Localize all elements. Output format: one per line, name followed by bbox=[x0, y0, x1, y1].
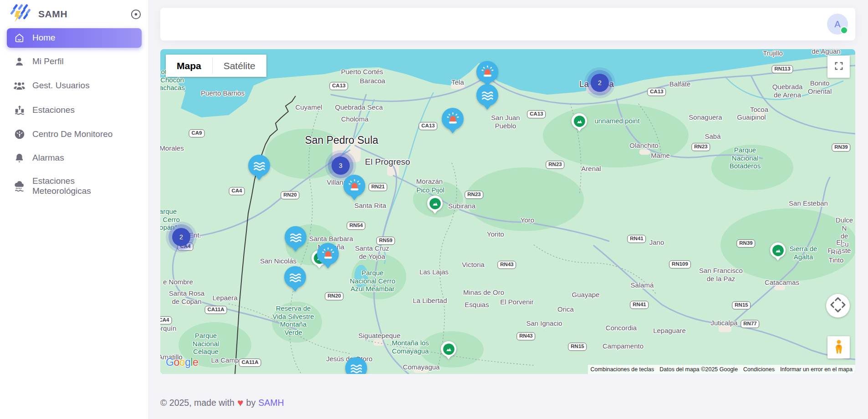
sidebar-item-gest-usuarios[interactable]: Gest. Usuarios bbox=[7, 76, 142, 96]
map-place-label: Victoria bbox=[462, 261, 485, 269]
map-attribution: Combinaciones de teclas Datos del mapa ©… bbox=[588, 365, 855, 374]
road-badge: CA13 bbox=[329, 82, 348, 90]
alarm-marker[interactable] bbox=[476, 61, 498, 83]
footer-brand-link[interactable]: SAMH bbox=[258, 396, 284, 409]
sidebar-item-label: Home bbox=[32, 33, 56, 43]
road-badge: RN109 bbox=[669, 260, 691, 268]
alarm-marker[interactable] bbox=[317, 243, 339, 265]
bell-icon bbox=[13, 152, 26, 164]
map-place-label: Santa Cruz de Yojoa bbox=[355, 244, 389, 260]
sidebar-item-label: Mi Perfil bbox=[32, 56, 64, 66]
map-place-label: La Campa bbox=[211, 356, 242, 364]
map-place-label: Concordia bbox=[606, 324, 637, 332]
map-place-label: Bonito Oriental bbox=[808, 79, 832, 95]
map-place-label: Juticalpa bbox=[710, 319, 737, 327]
road-badge: RN54 bbox=[347, 222, 365, 230]
pan-arrows-icon bbox=[827, 294, 848, 317]
map-place-label: Santa Rosa de Copán bbox=[169, 289, 204, 305]
road-badge: CA4 bbox=[160, 316, 172, 324]
user-icon bbox=[13, 56, 26, 67]
weather-station-icon bbox=[13, 180, 26, 192]
road-badge: RN43 bbox=[497, 261, 516, 269]
map-place-label: orquín bbox=[160, 324, 176, 333]
map-place-label: Esquias bbox=[465, 301, 489, 309]
alarm-marker[interactable] bbox=[442, 108, 464, 130]
map-place-label: Siguatepeque bbox=[358, 332, 401, 340]
map-place-label: San Francisco de la Paz bbox=[699, 267, 743, 283]
map-place-label: San Nicolás bbox=[260, 257, 296, 265]
hydro-station-marker[interactable] bbox=[476, 84, 498, 106]
map-place-label: Santa Rita bbox=[354, 202, 386, 210]
map-place-label: Arenal bbox=[581, 165, 601, 173]
park-marker[interactable] bbox=[441, 341, 456, 357]
app-brand: SAMH bbox=[38, 9, 67, 20]
map-place-label: Tela bbox=[451, 78, 464, 86]
map-place-label: Mame bbox=[651, 151, 670, 160]
park-marker[interactable] bbox=[427, 196, 443, 211]
road-badge: RN23 bbox=[691, 143, 710, 151]
road-badge: RN20 bbox=[281, 191, 299, 199]
keyboard-shortcuts-link[interactable]: Combinaciones de teclas bbox=[588, 365, 657, 374]
sidebar-item-label: Alarmas bbox=[32, 153, 64, 163]
sidebar-item-estaciones-meteorol-gicas[interactable]: Estaciones Meteorológicas bbox=[7, 172, 142, 200]
map-place-label: Orica bbox=[557, 305, 574, 313]
map-place-label: Reserva de Vida Silvestre Montaña Verde bbox=[272, 304, 314, 337]
sidebar-item-centro-de-monitoreo[interactable]: Centro De Monitoreo bbox=[7, 124, 142, 144]
report-error-link[interactable]: Informar un error en el mapa bbox=[777, 365, 855, 374]
park-marker[interactable] bbox=[770, 242, 786, 258]
road-badge: CA11A bbox=[239, 358, 261, 367]
hydro-station-marker[interactable] bbox=[284, 266, 306, 288]
sidebar-item-label: Estaciones Meteorológicas bbox=[32, 176, 123, 196]
sidebar-menu: HomeMi PerfilGest. UsuariosEstacionesCen… bbox=[0, 27, 148, 200]
map-place-label: El Porvenir bbox=[500, 298, 533, 306]
map-place-label: Guaipinol bbox=[737, 113, 766, 121]
hydro-station-marker[interactable] bbox=[345, 357, 367, 374]
map-place-label: e Nombre bbox=[163, 278, 193, 286]
sidebar-collapse-toggle[interactable] bbox=[130, 8, 142, 20]
cluster-marker[interactable]: 2 bbox=[172, 228, 190, 246]
map-place-label: Guayape bbox=[572, 291, 600, 299]
road-badge: RN43 bbox=[516, 332, 535, 340]
street-view-pegman[interactable] bbox=[827, 336, 850, 358]
sidebar: SAMH HomeMi PerfilGest. UsuariosEstacion… bbox=[0, 0, 149, 419]
map-place-label: San Ignacio bbox=[526, 319, 562, 328]
map-place-label: Lepaera bbox=[212, 294, 237, 302]
park-marker[interactable] bbox=[572, 113, 587, 129]
map-place-label: Puerto Cortés bbox=[341, 68, 383, 76]
hydro-station-marker[interactable] bbox=[285, 226, 306, 248]
map-place-label: San Pedro Sula bbox=[305, 134, 378, 146]
map-place-label: Salamá bbox=[631, 281, 654, 289]
cluster-marker[interactable]: 3 bbox=[332, 156, 350, 175]
alarm-marker[interactable] bbox=[343, 175, 365, 197]
users-icon bbox=[13, 80, 26, 92]
sidebar-item-label: Estaciones bbox=[32, 105, 75, 115]
pan-control[interactable] bbox=[826, 294, 850, 318]
pegman-icon bbox=[831, 339, 847, 356]
map-type-satellite-button[interactable]: Satélite bbox=[213, 55, 266, 77]
sidebar-item-home[interactable]: Home bbox=[7, 28, 142, 48]
map-place-label: Quebrada Seca bbox=[335, 103, 383, 111]
map-type-control: Mapa Satélite bbox=[166, 55, 266, 77]
map-place-label: Sabá bbox=[705, 132, 720, 141]
google-logo[interactable]: Google bbox=[166, 356, 198, 369]
map-place-label: Las Lajas bbox=[419, 268, 449, 276]
user-avatar[interactable]: A bbox=[827, 14, 848, 35]
road-badge: RN15 bbox=[732, 301, 751, 309]
map-place-label: Morales bbox=[160, 144, 184, 152]
road-badge: RN41 bbox=[630, 301, 648, 309]
road-badge: RN39 bbox=[832, 143, 850, 151]
sidebar-item-alarmas[interactable]: Alarmas bbox=[7, 148, 142, 168]
map-type-map-button[interactable]: Mapa bbox=[166, 55, 212, 77]
map-place-label: Yoro bbox=[521, 216, 534, 224]
sidebar-item-mi-perfil[interactable]: Mi Perfil bbox=[7, 52, 142, 71]
terms-link[interactable]: Condiciones bbox=[740, 365, 777, 374]
online-status-dot bbox=[840, 26, 848, 34]
map-place-label: Parque Nacional Cerro Azul Meámbar bbox=[350, 269, 395, 293]
map-place-label: Lepaguare bbox=[653, 327, 686, 335]
map-canvas[interactable]: Trujillode AguánPuerto CortésBaracoaTela… bbox=[160, 49, 855, 374]
map-place-label: de Aguán bbox=[812, 49, 840, 56]
cluster-marker[interactable]: 2 bbox=[591, 74, 609, 92]
hydro-station-marker[interactable] bbox=[248, 155, 270, 177]
sidebar-item-estaciones[interactable]: Estaciones bbox=[7, 100, 142, 120]
fullscreen-button[interactable] bbox=[827, 56, 850, 78]
